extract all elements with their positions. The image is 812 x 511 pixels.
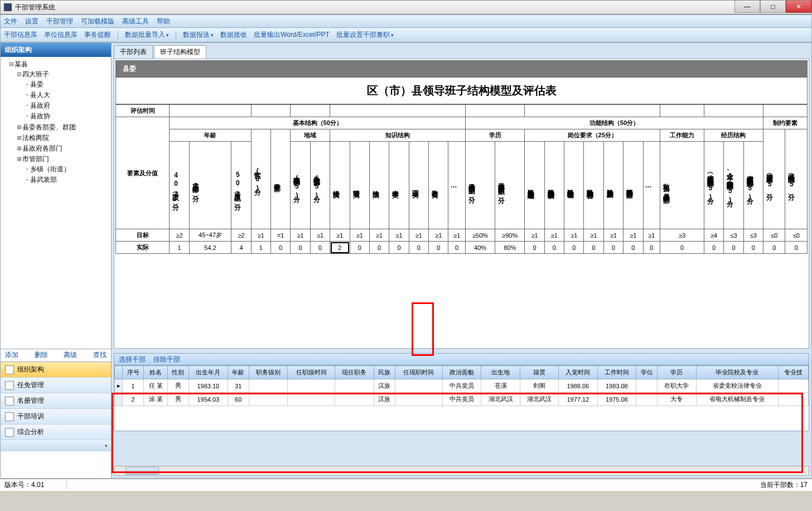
nav-任免管理[interactable]: 任免管理 bbox=[1, 378, 111, 393]
tab-list[interactable]: 干部列表 bbox=[114, 45, 153, 59]
col-职务级别[interactable]: 职务级别 bbox=[249, 366, 287, 379]
strip-down-icon[interactable]: ▾ bbox=[105, 443, 108, 449]
menu-文件[interactable]: 文件 bbox=[4, 17, 17, 26]
col-学位[interactable]: 学位 bbox=[636, 366, 658, 379]
app-icon bbox=[4, 3, 12, 11]
col-民族[interactable]: 民族 bbox=[374, 366, 395, 379]
delete-link[interactable]: 删除 bbox=[35, 350, 48, 360]
col-工作时间[interactable]: 工作时间 bbox=[597, 366, 636, 379]
eval-table: 评估时间 要素及分值 基本结构（50分） 功能结构（50分） 制约要素 年龄 女… bbox=[115, 104, 808, 254]
col-出生年月[interactable]: 出生年月 bbox=[189, 366, 228, 379]
nav-icon bbox=[5, 428, 14, 437]
menu-设置[interactable]: 设置 bbox=[25, 17, 38, 26]
table-row[interactable]: ▸1任 某男1983.1031汉族中共党员苍溪剑阁1988.061983.08在… bbox=[115, 379, 809, 393]
sidebar-title: 组织架构 bbox=[1, 43, 111, 57]
tool-事务提醒[interactable]: 事务提醒 bbox=[84, 30, 111, 40]
menubar: 文件设置干部管理可加载模版高级工具帮助 bbox=[0, 15, 812, 28]
lower-panel: 选择干部 排除干部 序号姓名性别出生年月年龄职务级别任职级时间现任职务民族任现职… bbox=[114, 353, 809, 466]
col-年龄[interactable]: 年龄 bbox=[228, 366, 249, 379]
add-link[interactable]: 添加 bbox=[5, 350, 18, 360]
col-政治面貌[interactable]: 政治面貌 bbox=[442, 366, 481, 379]
maximize-button[interactable]: □ bbox=[760, 1, 786, 13]
col-现任职务[interactable]: 现任职务 bbox=[335, 366, 374, 379]
tool-批量设置干部兼职[interactable]: 批量设置干部兼职 bbox=[336, 30, 394, 40]
minimize-button[interactable]: — bbox=[734, 1, 760, 13]
org-tree[interactable]: ⊟某县 ⊟四大班子 ·县委·县人大·县政府·县政协 ⊞县委各部委、群团 ⊞法检两… bbox=[1, 57, 111, 349]
exclude-cadre[interactable]: 排除干部 bbox=[153, 355, 180, 364]
count-label: 当前干部数：17 bbox=[760, 480, 808, 490]
hscrollbar[interactable] bbox=[114, 466, 809, 476]
row-header: 要素及分值 bbox=[116, 117, 170, 229]
col-性别[interactable]: 性别 bbox=[167, 366, 188, 379]
titlebar: 干部管理系统 — □ ✕ bbox=[0, 0, 812, 15]
sidebar-actions: 添加 删除 高级 查找 bbox=[1, 349, 111, 361]
menu-可加载模版[interactable]: 可加载模版 bbox=[81, 17, 114, 26]
tool-干部信息库[interactable]: 干部信息库 bbox=[4, 30, 37, 40]
close-button[interactable]: ✕ bbox=[786, 1, 811, 13]
tool-数据批量导入[interactable]: 数据批量导入 bbox=[125, 30, 169, 40]
col-任现职时间[interactable]: 任现职时间 bbox=[395, 366, 442, 379]
col-学历[interactable]: 学历 bbox=[658, 366, 696, 379]
tree-县政府[interactable]: ·县政府 bbox=[25, 100, 110, 111]
tool-批量输出Word/Excel/PPT[interactable]: 批量输出Word/Excel/PPT bbox=[254, 30, 330, 40]
col-序号[interactable]: 序号 bbox=[123, 366, 144, 379]
nav-组织架构[interactable]: 组织架构 bbox=[1, 362, 111, 378]
statusbar: 版本号：4.01 当前干部数：17 bbox=[0, 479, 812, 491]
tool-数据报送[interactable]: 数据报送 bbox=[183, 30, 214, 40]
col-毕业院校及专业[interactable]: 毕业院校及专业 bbox=[696, 366, 778, 379]
version-label: 版本号：4.01 bbox=[4, 480, 67, 490]
toolbar: 干部信息库单位信息库事务提醒数据批量导入数据报送数据接收批量输出Word/Exc… bbox=[0, 28, 812, 42]
select-cadre[interactable]: 选择干部 bbox=[119, 355, 146, 364]
table-row[interactable]: 2涂 某男1954.0360汉族中共党员湖北武汉湖北武汉1977.121975.… bbox=[115, 393, 809, 406]
find-link[interactable]: 查找 bbox=[93, 350, 107, 360]
menu-干部管理[interactable]: 干部管理 bbox=[46, 17, 73, 26]
window-title: 干部管理系统 bbox=[15, 3, 55, 12]
panel-header: 县委 bbox=[115, 60, 808, 78]
tree-县人大[interactable]: ·县人大 bbox=[25, 90, 110, 100]
tree-县武装部[interactable]: ·县武装部 bbox=[25, 175, 110, 185]
nav-icon bbox=[5, 412, 14, 421]
tree-乡镇（街道）[interactable]: ·乡镇（街道） bbox=[25, 164, 110, 175]
tree-县政协[interactable]: ·县政协 bbox=[25, 111, 110, 122]
advanced-link[interactable]: 高级 bbox=[64, 350, 77, 360]
col-任职级时间[interactable]: 任职级时间 bbox=[288, 366, 335, 379]
nav-综合分析[interactable]: 综合分析 bbox=[1, 425, 111, 440]
col-专业技[interactable]: 专业技 bbox=[779, 366, 809, 379]
tree-县委[interactable]: ·县委 bbox=[25, 79, 110, 90]
col-姓名[interactable]: 姓名 bbox=[144, 366, 168, 379]
col-出生地[interactable]: 出生地 bbox=[481, 366, 520, 379]
main-panel: 干部列表 班子结构模型 县委 区（市）县领导班子结构模型及评估表 评估时间 要素… bbox=[112, 42, 812, 479]
lower-toolbar: 选择干部 排除干部 bbox=[114, 353, 809, 365]
panel-title: 区（市）县领导班子结构模型及评估表 bbox=[115, 78, 808, 104]
tool-数据接收[interactable]: 数据接收 bbox=[220, 30, 247, 40]
model-panel: 县委 区（市）县领导班子结构模型及评估表 评估时间 要素及分值 基本结构（50分… bbox=[114, 59, 809, 349]
col-籍贯[interactable]: 籍贯 bbox=[520, 366, 558, 379]
tool-单位信息库[interactable]: 单位信息库 bbox=[44, 30, 78, 40]
sidebar-nav: 组织架构任免管理名册管理干部培训综合分析 bbox=[1, 361, 111, 440]
sidebar: 组织架构 ⊟某县 ⊟四大班子 ·县委·县人大·县政府·县政协 ⊞县委各部委、群团… bbox=[0, 42, 112, 479]
menu-帮助[interactable]: 帮助 bbox=[157, 17, 170, 26]
sidebar-strip: ▾ bbox=[1, 440, 111, 451]
nav-icon bbox=[5, 365, 14, 374]
cadre-grid[interactable]: 序号姓名性别出生年月年龄职务级别任职级时间现任职务民族任现职时间政治面貌出生地籍… bbox=[114, 365, 809, 431]
nav-icon bbox=[5, 381, 14, 390]
nav-干部培训[interactable]: 干部培训 bbox=[1, 409, 111, 425]
nav-icon bbox=[5, 397, 14, 406]
nav-名册管理[interactable]: 名册管理 bbox=[1, 393, 111, 409]
menu-高级工具[interactable]: 高级工具 bbox=[122, 17, 149, 26]
col-入党时间[interactable]: 入党时间 bbox=[559, 366, 597, 379]
tab-model[interactable]: 班子结构模型 bbox=[154, 45, 206, 59]
eval-time-label: 评估时间 bbox=[116, 105, 170, 117]
